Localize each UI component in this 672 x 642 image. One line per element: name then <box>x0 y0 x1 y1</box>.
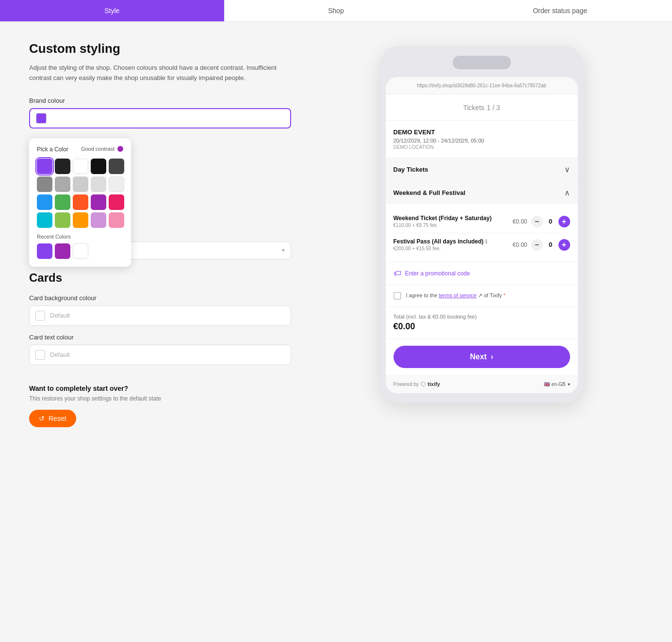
swatch-purple[interactable] <box>37 159 52 174</box>
weekend-ticket-qty: 0 <box>547 218 555 225</box>
page-description: Adjust the styling of the shop. Chosen c… <box>29 63 291 83</box>
right-panel: https://tixify.shop/d3628d80-261c-11ee-9… <box>320 41 643 427</box>
swatch-amber[interactable] <box>73 212 88 228</box>
swatch-lighter[interactable] <box>91 177 106 192</box>
card-bg-value: Default <box>50 312 70 319</box>
weekend-category-header[interactable]: Weekend & Full Festival ∧ <box>386 181 578 204</box>
brand-colour-swatch <box>36 113 47 124</box>
weekend-ticket-controls: €0.00 − 0 + <box>512 216 570 227</box>
weekend-category: Weekend & Full Festival ∧ Weekend Ticket… <box>386 181 578 262</box>
canvas-text-chevron-icon: ▾ <box>282 247 285 254</box>
contrast-dot <box>117 146 123 152</box>
card-bg-input[interactable]: Default <box>29 305 291 326</box>
event-section: DEMO EVENT 20/12/2029, 12:00 - 24/12/202… <box>386 121 578 158</box>
weekend-ticket-item: Weekend Ticket (Friday + Saturday) €110.… <box>393 210 570 233</box>
promo-link[interactable]: 🏷 Enter a promotional code <box>393 269 570 278</box>
festival-pass-price-detail: €200.00 + €15.50 fee. <box>393 246 513 251</box>
recent-swatch-white[interactable] <box>73 243 88 259</box>
color-swatches-grid <box>37 159 123 228</box>
url-bar: https://tixify.shop/d3628d80-261c-11ee-9… <box>386 77 578 95</box>
tab-shop[interactable]: Shop <box>224 0 448 21</box>
terms-checkbox[interactable] <box>393 292 401 300</box>
swatch-lightest[interactable] <box>109 177 124 192</box>
swatch-violet[interactable] <box>91 194 106 210</box>
weekend-ticket-increment-button[interactable]: + <box>558 216 570 227</box>
card-text-input[interactable]: Default <box>29 345 291 365</box>
festival-pass-info-icon[interactable]: ℹ <box>485 239 487 244</box>
color-picker-popup: Good contrast Pick a Color <box>29 138 131 267</box>
weekend-ticket-info: Weekend Ticket (Friday + Saturday) €110.… <box>393 215 513 228</box>
flag-icon: 🇬🇧 <box>544 382 550 387</box>
festival-pass-price: €0.00 <box>512 241 527 248</box>
powered-by-label: Powered by <box>393 382 419 387</box>
total-amount: €0.00 <box>393 321 570 332</box>
phone-notch <box>453 56 511 69</box>
recent-colors-label: Recent Colors <box>37 234 123 240</box>
swatch-white[interactable] <box>73 159 88 174</box>
promo-section: 🏷 Enter a promotional code <box>386 262 578 285</box>
swatch-lightgray[interactable] <box>73 177 88 192</box>
day-tickets-category: Day Tickets ∨ <box>386 158 578 181</box>
swatch-blue[interactable] <box>37 194 52 210</box>
tixify-logo: tixify <box>427 381 440 387</box>
card-bg-swatch <box>35 311 45 321</box>
swatch-rose[interactable] <box>109 212 124 228</box>
recent-swatch-violet[interactable] <box>55 243 70 259</box>
next-button[interactable]: Next › <box>393 346 570 368</box>
swatch-pink[interactable] <box>109 194 124 210</box>
brand-colour-label: Brand colour <box>29 97 291 104</box>
shop-footer: Powered by ⬡ tixify 🇬🇧 en-GB ▾ <box>386 375 578 393</box>
next-button-label: Next <box>470 353 487 361</box>
swatch-medgray[interactable] <box>55 177 70 192</box>
reset-icon: ↺ <box>39 415 45 422</box>
festival-pass-info: Festival Pass (All days included) ℹ €200… <box>393 238 513 251</box>
card-text-swatch <box>35 350 45 360</box>
reset-button-label: Reset <box>49 415 66 422</box>
event-date: 20/12/2029, 12:00 - 24/12/2029, 05:00 <box>393 138 570 144</box>
tab-order-status[interactable]: Order status page <box>448 0 672 21</box>
festival-pass-name: Festival Pass (All days included) ℹ <box>393 238 513 245</box>
terms-link[interactable]: terms of service <box>439 292 476 298</box>
weekend-ticket-price: €0.00 <box>512 218 527 225</box>
lang-chevron-icon: ▾ <box>568 382 570 387</box>
event-location: DEMO LOCATION <box>393 144 570 150</box>
brand-colour-input[interactable]: #8742ED <box>51 114 284 122</box>
card-text-label: Card text colour <box>29 334 291 341</box>
good-contrast-label: Good contrast <box>81 146 115 152</box>
swatch-cyan[interactable] <box>37 212 52 228</box>
brand-colour-input-row[interactable]: #8742ED <box>29 108 291 128</box>
day-tickets-title: Day Tickets <box>393 166 428 173</box>
day-tickets-chevron-icon: ∨ <box>564 165 570 174</box>
terms-text: I agree to the terms of service ↗ of Tix… <box>406 292 506 299</box>
swatch-lime[interactable] <box>55 212 70 228</box>
festival-pass-decrement-button[interactable]: − <box>531 239 543 251</box>
language-selector[interactable]: 🇬🇧 en-GB ▾ <box>544 382 570 387</box>
festival-pass-controls: €0.00 − 0 + <box>512 239 570 251</box>
weekend-ticket-price-detail: €110.00 + €8.75 fee. <box>393 223 513 228</box>
swatch-lavender[interactable] <box>91 212 106 228</box>
terms-suffix: of Tixify <box>484 292 502 298</box>
weekend-category-title: Weekend & Full Festival <box>393 189 466 196</box>
reset-description: This restores your shop settings to the … <box>29 395 291 402</box>
swatch-darkgray[interactable] <box>109 159 124 174</box>
tab-style[interactable]: Style <box>0 0 224 21</box>
festival-pass-qty: 0 <box>547 241 555 248</box>
swatch-orange[interactable] <box>73 194 88 210</box>
swatch-black[interactable] <box>55 159 70 174</box>
page-title: Custom styling <box>29 41 291 56</box>
swatch-darkblack[interactable] <box>91 159 106 174</box>
day-tickets-header[interactable]: Day Tickets ∨ <box>386 158 578 181</box>
swatch-green[interactable] <box>55 194 70 210</box>
festival-pass-increment-button[interactable]: + <box>558 239 570 251</box>
weekend-ticket-decrement-button[interactable]: − <box>531 216 543 227</box>
main-layout: Custom styling Adjust the styling of the… <box>0 22 672 447</box>
event-name: DEMO EVENT <box>393 128 570 136</box>
shop-content: Tickets 1 / 3 DEMO EVENT 20/12/2029, 12:… <box>386 95 578 393</box>
reset-button[interactable]: ↺ Reset <box>29 410 76 427</box>
top-navigation: Style Shop Order status page <box>0 0 672 22</box>
weekend-chevron-icon: ∧ <box>564 188 570 197</box>
reset-section: Want to completely start over? This rest… <box>29 385 291 427</box>
recent-swatch-purple[interactable] <box>37 243 52 259</box>
swatch-gray[interactable] <box>37 177 52 192</box>
festival-pass-item: Festival Pass (All days included) ℹ €200… <box>393 233 570 256</box>
